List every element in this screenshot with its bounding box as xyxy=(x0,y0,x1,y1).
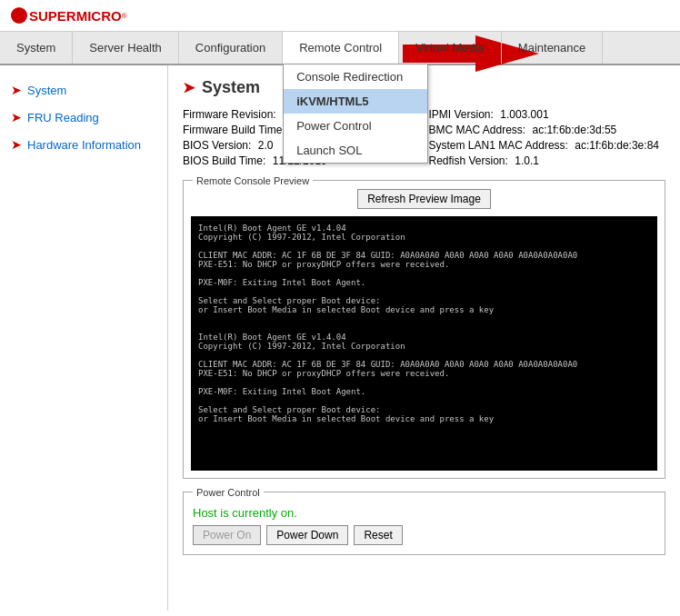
power-buttons-row: Power On Power Down Reset xyxy=(193,525,655,545)
sidebar-hardware-label: Hardware Information xyxy=(27,138,141,152)
page-title-icon: ➤ xyxy=(183,79,195,96)
dropdown-console-redirection-label: Console Redirection xyxy=(296,70,403,84)
firmware-build-time-label: Firmware Build Time: xyxy=(183,124,285,136)
dropdown-power-control-label: Power Control xyxy=(296,119,371,133)
sidebar-fru-label: FRU Reading xyxy=(27,111,99,124)
system-lan1-row: System LAN1 MAC Address: ac:1f:6b:de:3e:… xyxy=(429,139,666,152)
logo-circle xyxy=(11,7,27,24)
bmc-mac-label: BMC MAC Address: xyxy=(429,124,526,136)
nav-server-health[interactable]: Server Health xyxy=(73,32,178,64)
system-lan1-label: System LAN1 MAC Address: xyxy=(429,139,568,152)
sidebar: ➤ System ➤ FRU Reading ➤ Hardware Inform… xyxy=(0,65,168,611)
bios-version-label: BIOS Version: xyxy=(183,139,251,152)
console-preview-section: Remote Console Preview Refresh Preview I… xyxy=(183,180,665,479)
logo-text: SUPERMICRO xyxy=(29,8,122,24)
header: SUPERMICRO ® xyxy=(0,0,680,32)
sidebar-arrow-system: ➤ xyxy=(11,83,22,97)
nav-server-health-label: Server Health xyxy=(89,41,161,55)
bios-version-value: 2.0 xyxy=(258,139,274,152)
redfish-version-label: Redfish Version: xyxy=(429,154,508,167)
nav-remote-control[interactable]: Remote Control Console Redirection iKVM/… xyxy=(283,32,399,64)
ipmi-version-label: IPMI Version: xyxy=(429,108,494,121)
logo-registered: ® xyxy=(122,12,127,20)
nav-remote-control-label: Remote Control xyxy=(299,41,382,55)
sidebar-system-label: System xyxy=(27,84,66,97)
bios-build-time-label: BIOS Build Time: xyxy=(183,154,265,167)
nav-configuration-label: Configuration xyxy=(195,41,265,55)
nav-virtual-media[interactable]: Virtual Media xyxy=(399,32,502,64)
dropdown-console-redirection[interactable]: Console Redirection xyxy=(284,65,427,89)
nav-maintenance-label: Maintenance xyxy=(518,41,585,55)
bmc-mac-value: ac:1f:6b:de:3d:55 xyxy=(533,124,617,136)
sidebar-arrow-fru: ➤ xyxy=(11,110,22,124)
reset-button[interactable]: Reset xyxy=(354,525,402,545)
redfish-version-value: 1.0.1 xyxy=(515,154,539,167)
console-preview-display: Intel(R) Boot Agent GE v1.4.04Copyright … xyxy=(191,216,657,471)
remote-control-dropdown: Console Redirection iKVM/HTML5 Power Con… xyxy=(283,64,428,164)
sidebar-item-fru[interactable]: ➤ FRU Reading xyxy=(0,104,167,131)
refresh-preview-button[interactable]: Refresh Preview Image xyxy=(357,189,491,209)
navbar: System Server Health Configuration Remot… xyxy=(0,32,680,65)
power-control-header: Power Control xyxy=(184,492,665,506)
power-status: Host is currently on. xyxy=(193,506,655,520)
power-control-section: Power Control Host is currently on. Powe… xyxy=(183,492,665,555)
nav-maintenance[interactable]: Maintenance xyxy=(502,32,603,64)
power-down-button[interactable]: Power Down xyxy=(266,525,348,545)
firmware-revision-label: Firmware Revision: xyxy=(183,108,276,121)
sidebar-arrow-hardware: ➤ xyxy=(11,137,22,152)
redfish-version-row: Redfish Version: 1.0.1 xyxy=(429,154,666,167)
logo-o: O xyxy=(111,8,122,24)
logo: SUPERMICRO ® xyxy=(11,7,127,24)
nav-configuration[interactable]: Configuration xyxy=(179,32,283,64)
sidebar-item-system[interactable]: ➤ System xyxy=(0,76,167,104)
sidebar-item-hardware[interactable]: ➤ Hardware Information xyxy=(0,131,167,158)
dropdown-launch-sol-label: Launch SOL xyxy=(296,144,362,157)
dropdown-power-control[interactable]: Power Control xyxy=(284,114,427,138)
dropdown-launch-sol[interactable]: Launch SOL xyxy=(284,138,427,163)
dropdown-ikvm-html5[interactable]: iKVM/HTML5 xyxy=(284,89,427,114)
dropdown-ikvm-html5-label: iKVM/HTML5 xyxy=(296,94,368,108)
page-title: System xyxy=(202,78,260,97)
console-preview-title: Remote Console Preview xyxy=(193,175,313,186)
power-control-title: Power Control xyxy=(193,487,264,498)
nav-virtual-media-label: Virtual Media xyxy=(415,41,485,55)
nav-system[interactable]: System xyxy=(0,32,73,64)
power-on-button[interactable]: Power On xyxy=(193,525,261,545)
system-lan1-value: ac:1f:6b:de:3e:84 xyxy=(575,139,659,152)
nav-system-label: System xyxy=(16,41,55,55)
ipmi-version-value: 1.003.001 xyxy=(500,108,548,121)
bmc-mac-row: BMC MAC Address: ac:1f:6b:de:3d:55 xyxy=(429,124,666,136)
ipmi-version-row: IPMI Version: 1.003.001 xyxy=(429,108,666,121)
